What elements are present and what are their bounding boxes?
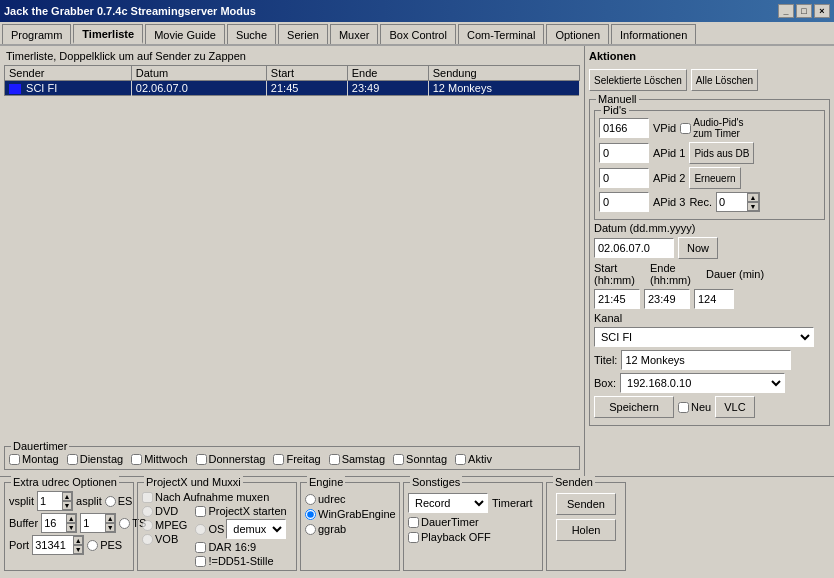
dauer-input[interactable] — [694, 289, 734, 309]
tab-timerliste[interactable]: Timerliste — [73, 24, 143, 44]
maximize-button[interactable]: □ — [796, 4, 812, 18]
os-radio[interactable] — [195, 524, 206, 535]
minimize-button[interactable]: _ — [778, 4, 794, 18]
senden-button[interactable]: Senden — [556, 493, 616, 515]
alle-loeschen-button[interactable]: Alle Löschen — [691, 69, 758, 91]
record-select[interactable]: Record — [408, 493, 488, 513]
rec-spinbox[interactable]: ▲ ▼ — [716, 192, 760, 212]
sonntag-checkbox[interactable] — [393, 454, 404, 465]
dvd-radio[interactable] — [142, 506, 153, 517]
checkbox-aktiv[interactable]: Aktiv — [455, 453, 492, 465]
radio-pes[interactable]: PES — [87, 539, 122, 551]
dienstag-checkbox[interactable] — [67, 454, 78, 465]
audio-pids-checkbox[interactable] — [680, 123, 691, 134]
radio-udrec[interactable]: udrec — [305, 493, 395, 505]
dd51-checkbox[interactable] — [195, 556, 206, 567]
tab-optionen[interactable]: Optionen — [546, 24, 609, 44]
nach-aufnahme-checkbox[interactable] — [142, 492, 153, 503]
checkbox-donnerstag[interactable]: Donnerstag — [196, 453, 266, 465]
donnerstag-checkbox[interactable] — [196, 454, 207, 465]
tab-programm[interactable]: Programm — [2, 24, 71, 44]
port-input[interactable] — [33, 536, 73, 554]
buf2-input[interactable] — [81, 514, 105, 532]
checkbox-samstag[interactable]: Samstag — [329, 453, 385, 465]
mpeg-radio[interactable] — [142, 520, 153, 531]
box-select[interactable]: 192.168.0.10 — [620, 373, 785, 393]
freitag-checkbox[interactable] — [273, 454, 284, 465]
buffer-down[interactable]: ▼ — [66, 523, 76, 532]
vlc-button[interactable]: VLC — [715, 396, 754, 418]
start-input[interactable] — [594, 289, 640, 309]
datum-input[interactable] — [594, 238, 674, 258]
table-row[interactable]: SCI FI 02.06.07.0 21:45 23:49 12 Monkeys — [5, 81, 580, 96]
vsplit-up[interactable]: ▲ — [62, 492, 72, 501]
dar-checkbox[interactable] — [195, 542, 206, 553]
apid2-input[interactable] — [599, 168, 649, 188]
radio-wingrab[interactable]: WinGrabEngine — [305, 508, 395, 520]
now-button[interactable]: Now — [678, 237, 718, 259]
wingrab-radio[interactable] — [305, 509, 316, 520]
pids-aus-db-button[interactable]: Pids aus DB — [689, 142, 754, 164]
tab-comterminal[interactable]: Com-Terminal — [458, 24, 544, 44]
erneuern-button[interactable]: Erneuern — [689, 167, 740, 189]
aktiv-checkbox[interactable] — [455, 454, 466, 465]
audio-pids-cb[interactable]: Audio-Pid'szum Timer — [680, 117, 743, 139]
demux-select[interactable]: demux — [226, 519, 286, 539]
projectx-starten-cb[interactable]: ProjectX starten — [195, 505, 286, 517]
playback-off-checkbox[interactable] — [408, 532, 419, 543]
vsplit-spinbox[interactable]: ▲ ▼ — [37, 491, 73, 511]
ts-radio[interactable] — [119, 518, 130, 529]
dd51-cb[interactable]: !=DD51-Stille — [195, 555, 286, 567]
buffer-spinbox[interactable]: ▲ ▼ — [41, 513, 77, 533]
nach-aufnahme-cb[interactable]: Nach Aufnahme muxen — [142, 491, 292, 503]
rec-input[interactable] — [717, 193, 747, 211]
buffer-up[interactable]: ▲ — [66, 514, 76, 523]
apid1-input[interactable] — [599, 143, 649, 163]
ende-input[interactable] — [644, 289, 690, 309]
buf2-up[interactable]: ▲ — [105, 514, 115, 523]
ggrab-radio[interactable] — [305, 524, 316, 535]
tab-movieguide[interactable]: Movie Guide — [145, 24, 225, 44]
radio-vob[interactable]: VOB — [142, 533, 187, 545]
vob-radio[interactable] — [142, 534, 153, 545]
vpid-input[interactable] — [599, 118, 649, 138]
selektierte-loeschen-button[interactable]: Selektierte Löschen — [589, 69, 687, 91]
checkbox-montag[interactable]: Montag — [9, 453, 59, 465]
samstag-checkbox[interactable] — [329, 454, 340, 465]
checkbox-freitag[interactable]: Freitag — [273, 453, 320, 465]
radio-dvd[interactable]: DVD — [142, 505, 187, 517]
port-up[interactable]: ▲ — [73, 536, 83, 545]
neu-cb[interactable]: Neu — [678, 401, 711, 413]
kanal-select[interactable]: SCI FI — [594, 327, 814, 347]
buf2-spinbox[interactable]: ▲ ▼ — [80, 513, 116, 533]
radio-os[interactable]: OS — [195, 523, 224, 535]
udrec-radio[interactable] — [305, 494, 316, 505]
radio-es[interactable]: ES — [105, 495, 133, 507]
dar-cb[interactable]: DAR 16:9 — [195, 541, 286, 553]
radio-mpeg[interactable]: MPEG — [142, 519, 187, 531]
pes-radio[interactable] — [87, 540, 98, 551]
port-spinbox[interactable]: ▲ ▼ — [32, 535, 84, 555]
tab-serien[interactable]: Serien — [278, 24, 328, 44]
checkbox-sonntag[interactable]: Sonntag — [393, 453, 447, 465]
tab-informationen[interactable]: Informationen — [611, 24, 696, 44]
holen-button[interactable]: Holen — [556, 519, 616, 541]
port-down[interactable]: ▼ — [73, 545, 83, 554]
tab-muxer[interactable]: Muxer — [330, 24, 379, 44]
vsplit-input[interactable] — [38, 492, 62, 510]
montag-checkbox[interactable] — [9, 454, 20, 465]
checkbox-mittwoch[interactable]: Mittwoch — [131, 453, 187, 465]
close-button[interactable]: × — [814, 4, 830, 18]
buf2-down[interactable]: ▼ — [105, 523, 115, 532]
rec-up-button[interactable]: ▲ — [747, 193, 759, 202]
tab-boxcontrol[interactable]: Box Control — [380, 24, 455, 44]
rec-down-button[interactable]: ▼ — [747, 202, 759, 211]
mittwoch-checkbox[interactable] — [131, 454, 142, 465]
es-radio[interactable] — [105, 496, 116, 507]
buffer-input[interactable] — [42, 514, 66, 532]
tab-suche[interactable]: Suche — [227, 24, 276, 44]
apid3-input[interactable] — [599, 192, 649, 212]
playback-off-cb[interactable]: Playback OFF — [408, 531, 538, 543]
dauerTimer-cb[interactable]: DauerTimer — [408, 516, 538, 528]
dauerTimer-checkbox[interactable] — [408, 517, 419, 528]
